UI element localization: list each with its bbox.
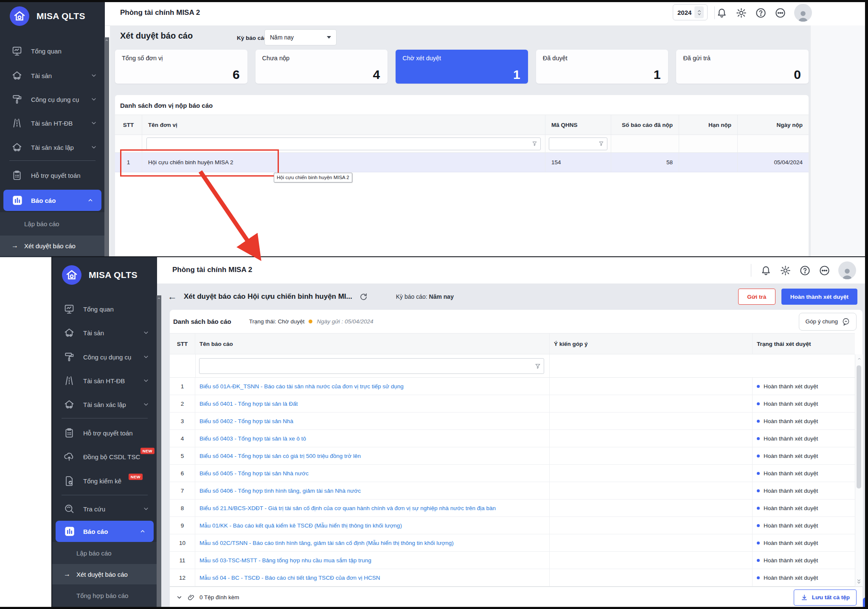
sidebar-item-tai-san-ht-db[interactable]: Tài sản HT-ĐB <box>0 111 105 135</box>
card-da-duyet[interactable]: Đã duyệt 1 <box>536 50 669 84</box>
report-link[interactable]: Mẫu số 03-TSC-MSTT - Bảng tổng hợp nhu c… <box>195 552 550 569</box>
settings-gear-icon[interactable] <box>736 7 747 19</box>
report-link[interactable]: Mẫu số 02C/TSNN - Báo cáo tình hình tăng… <box>195 534 550 551</box>
status-orange-dot <box>309 320 312 323</box>
sidebar-item-bao-cao[interactable]: Báo cáo <box>3 190 101 211</box>
sidebar-item-tong-kiem-ke[interactable]: Tổng kiểm kê NEW <box>52 469 157 493</box>
cell-feedback <box>550 534 753 551</box>
scroll-up-icon[interactable] <box>857 357 862 361</box>
fiscal-year-selector[interactable]: 2024 <box>673 4 708 20</box>
save-all-files-button[interactable]: Lưu tất cả tệp <box>794 589 857 606</box>
user-avatar[interactable] <box>794 4 812 22</box>
report-row[interactable]: 8Biểu số 21.N/BCS-XDĐT - Giá trị tài sản… <box>170 500 855 517</box>
report-link[interactable]: Mẫu 01/KK - Báo cáo kết quả kiểm kê TSCĐ… <box>195 517 550 534</box>
sidebar-label: Báo cáo <box>31 197 80 204</box>
cell-status: Hoàn thành xét duyệt <box>753 430 855 447</box>
report-link[interactable]: Mẫu số 04 - BC - TSCĐ - Báo cáo chi tiết… <box>195 569 550 586</box>
sidebar-item-ho-tro-quyet-toan[interactable]: Hỗ trợ quyết toán <box>52 421 157 445</box>
general-feedback-button[interactable]: Góp ý chung <box>799 313 857 331</box>
qhns-filter-input[interactable] <box>549 138 607 150</box>
help-icon[interactable] <box>755 7 767 19</box>
sidebar-item-tong-quan[interactable]: Tổng quan <box>0 39 105 63</box>
help-icon[interactable] <box>799 265 811 276</box>
road-icon <box>63 375 75 387</box>
chat-widget-edge[interactable] <box>863 598 868 609</box>
report-link[interactable]: Biểu số 0406 - Tổng hợp tình hình tăng, … <box>195 482 550 499</box>
scroll-down-double-icon[interactable] <box>857 578 861 585</box>
sidebar-item-tai-san[interactable]: Tài sản <box>0 64 105 87</box>
cell-feedback <box>550 413 753 429</box>
sidebar-item-tai-san-xac-lap[interactable]: Tài sản xác lập <box>0 135 105 159</box>
expand-chevron-icon[interactable] <box>176 594 183 601</box>
sidebar-label: Hỗ trợ quyết toán <box>31 172 105 179</box>
card-cho-xet-duyet[interactable]: Chờ xét duyệt 1 <box>396 50 528 84</box>
name-filter-input[interactable] <box>146 138 541 150</box>
report-filter-input[interactable] <box>199 358 544 374</box>
scroll-thumb[interactable] <box>857 365 861 488</box>
report-row[interactable]: 2Biểu số 0401 - Tổng hợp tài sản là ĐấtH… <box>170 395 855 413</box>
status-dot <box>757 542 760 544</box>
year-value: 2024 <box>677 9 691 16</box>
sidebar-item-tai-san[interactable]: Tài sản <box>52 321 157 345</box>
sidebar-item-cong-cu-dung-cu[interactable]: Công cụ dụng cụ <box>52 345 157 369</box>
report-row[interactable]: 5Biểu số 0404 - Tổng hợp tài sản có giá … <box>170 447 855 465</box>
sidebar-item-cong-cu-dung-cu[interactable]: Công cụ dụng cụ <box>0 87 105 111</box>
report-row[interactable]: 4Biểu số 0403 - Tổng hợp tài sản là xe ô… <box>170 430 855 447</box>
complete-approval-button[interactable]: Hoàn thành xét duyệt <box>781 289 857 305</box>
period-dropdown[interactable]: Năm nay <box>264 29 337 45</box>
more-options-icon[interactable] <box>775 7 786 19</box>
table-scrollbar[interactable] <box>855 354 863 587</box>
submenu-item-xet-duyet-bao-cao[interactable]: →Xét duyệt báo cáo <box>0 236 105 256</box>
sidebar-item-ho-tro-quyet-toan[interactable]: Hỗ trợ quyết toán <box>0 163 105 187</box>
report-row[interactable]: 12Mẫu số 04 - BC - TSCĐ - Báo cáo chi ti… <box>170 569 855 587</box>
filter-funnel-icon[interactable] <box>531 140 538 147</box>
filter-qhns-cell <box>545 135 611 152</box>
report-row[interactable]: 1Biểu số 01A-ĐK_TSNN - Báo cáo tài sản n… <box>170 378 855 395</box>
card-da-gui-tra[interactable]: Đã gửi trả 0 <box>676 50 809 84</box>
report-link[interactable]: Biểu số 0405 - Tổng hợp tài sản Nhà nước <box>195 465 550 482</box>
sidebar-item-tra-cuu[interactable]: Tra cứu <box>52 497 157 521</box>
col-stt: STT <box>170 334 195 354</box>
sidebar-label: Công cụ dụng cụ <box>83 354 135 361</box>
report-row[interactable]: 6Biểu số 0405 - Tổng hợp tài sản Nhà nướ… <box>170 465 855 482</box>
report-link[interactable]: Biểu số 0402 - Tổng hợp tài sản Nhà <box>195 413 550 429</box>
report-row[interactable]: 11Mẫu số 03-TSC-MSTT - Bảng tổng hợp nhu… <box>170 552 855 569</box>
sidebar-item-dong-bo-csdl-tsc[interactable]: Đồng bộ CSDL TSC NEW <box>52 445 157 469</box>
report-row[interactable]: 7Biểu số 0406 - Tổng hợp tình hình tăng,… <box>170 482 855 500</box>
card-chua-nop[interactable]: Chưa nộp 4 <box>256 50 388 84</box>
report-row[interactable]: 3Biểu số 0402 - Tổng hợp tài sản NhàHoàn… <box>170 413 855 430</box>
submenu-item-xet-duyet-bao-cao[interactable]: →Xét duyệt báo cáo <box>52 564 157 584</box>
notification-bell-icon[interactable] <box>760 265 772 276</box>
user-avatar[interactable] <box>838 261 856 279</box>
status-dot <box>757 576 760 579</box>
submenu-item-lap-bao-cao[interactable]: Lập báo cáo <box>0 213 105 234</box>
year-stepper[interactable] <box>694 6 704 18</box>
report-link[interactable]: Biểu số 0401 - Tổng hợp tài sản là Đất <box>195 395 550 412</box>
submenu-label: Xét duyệt báo cáo <box>76 571 128 578</box>
sidebar-item-tong-quan[interactable]: Tổng quan <box>52 297 157 321</box>
filter-funnel-icon[interactable] <box>598 140 604 147</box>
sidebar-item-tai-san-xac-lap[interactable]: Tài sản xác lập <box>52 393 157 416</box>
report-link[interactable]: Biểu số 0403 - Tổng hợp tài sản là xe ô … <box>195 430 550 447</box>
report-link[interactable]: Biểu số 0404 - Tổng hợp tài sản có giá t… <box>195 447 550 464</box>
sidebar-scrollbar[interactable] <box>104 37 109 257</box>
sidebar-item-bao-cao[interactable]: Báo cáo <box>56 521 154 542</box>
report-row[interactable]: 10Mẫu số 02C/TSNN - Báo cáo tình hình tă… <box>170 534 855 552</box>
more-options-icon[interactable] <box>819 265 830 276</box>
back-button[interactable]: ← <box>168 292 177 301</box>
sidebar-item-tai-san-ht-db[interactable]: Tài sản HT-ĐB <box>52 369 157 393</box>
filter-funnel-icon[interactable] <box>534 363 541 370</box>
submenu-item-tong-hop-bao-cao[interactable]: Tổng hợp báo cáo <box>52 585 157 606</box>
report-row[interactable]: 9Mẫu 01/KK - Báo cáo kết quả kiểm kê TSC… <box>170 517 855 534</box>
sidebar-scrollbar[interactable] <box>157 295 161 609</box>
cell-ma-qhns: 154 <box>545 153 611 172</box>
notification-bell-icon[interactable] <box>716 7 728 19</box>
report-link[interactable]: Biểu số 01A-ĐK_TSNN - Báo cáo tài sản nh… <box>195 378 550 395</box>
card-tong-so-don-vi[interactable]: Tổng số đơn vị 6 <box>115 50 247 84</box>
settings-gear-icon[interactable] <box>780 265 791 276</box>
submenu-item-lap-bao-cao[interactable]: Lập báo cáo <box>52 543 157 563</box>
refresh-icon[interactable] <box>359 292 368 301</box>
col-stt: STT <box>115 115 142 135</box>
send-back-button[interactable]: Gửi trả <box>738 289 775 305</box>
report-link[interactable]: Biểu số 21.N/BCS-XDĐT - Giá trị tài sản … <box>195 500 550 516</box>
